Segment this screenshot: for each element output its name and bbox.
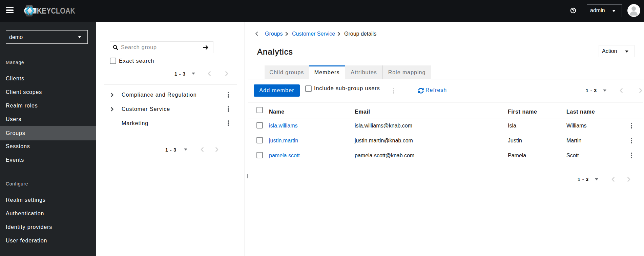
- svg-text:KEYCLOAK: KEYCLOAK: [37, 6, 75, 15]
